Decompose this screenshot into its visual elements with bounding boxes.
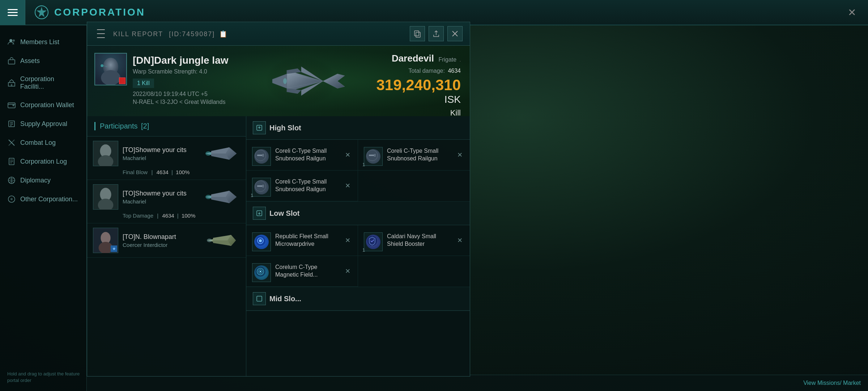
high-slot-section: High Slot [246,116,470,202]
ship-name: Daredevil [392,53,434,64]
participant-ship-img-2 [204,187,240,207]
mid-slot-header: Mid Slo... [246,287,470,311]
sidebar-item-diplomacy[interactable]: Diplomacy [0,171,86,190]
damage-line: Total damage: 4634 [376,68,461,74]
sidebar-item-members-list[interactable]: Members List [0,33,86,51]
mid-slot-icon [253,292,266,305]
participants-header: Participants [2] [87,116,246,136]
sidebar-label-supply: Supply Approval [20,120,67,128]
kill-stats: Daredevil Frigate . Total damage: 4634 3… [367,46,470,116]
ship-type: Frigate [438,56,456,63]
ship-section [235,46,367,116]
slot-item: 1 Coreli C-Type Small Snubnosed Railgun [358,140,470,171]
sidebar-label-facilities: Corporation Faciliti... [20,75,79,91]
main-menu-button[interactable] [0,0,25,25]
item-name-4: Republic Fleet Small Microwarpdrive [275,233,339,248]
item-qty-2: 1 [362,162,365,167]
kill-location: N-RAEL < I3-2JO < Great Wildlands [133,99,228,105]
svg-rect-66 [257,296,262,301]
corp-log-icon [7,157,16,166]
participant-item: [TO]Showme your cits Machariel [87,180,246,223]
remove-button-5[interactable]: ✕ [456,235,464,246]
participant-row-3: ★ [TO]N. Blownapart Coercer Interdictor [93,228,240,253]
mid-slot-section: Mid Slo... [246,287,470,311]
svg-point-21 [10,198,13,200]
sidebar-item-facilities[interactable]: Corporation Faciliti... [0,70,86,96]
participant-item: [TO]Showme your cits Machariel [87,136,246,180]
export-button[interactable] [429,26,444,41]
slot-item: Coreli C-Type Small Snubnosed Railgun ✕ [246,140,358,171]
svg-rect-4 [8,60,15,64]
pilot-section: [DN]Dark jungle law Warp Scramble Streng… [87,46,235,116]
remove-button-4[interactable]: ✕ [344,235,352,246]
item-icon [252,263,271,282]
participant-item: ★ [TO]N. Blownapart Coercer Interdictor [87,223,246,258]
modal-title: KILL REPORT [ID:7459087] 📋 [113,29,404,38]
slot-item: Corelum C-Type Magnetic Field... ✕ [246,256,358,287]
svg-point-46 [207,239,212,242]
combat-icon [7,138,16,147]
participant-info-2: [TO]Showme your cits Machariel [123,190,200,205]
low-slot-icon [253,207,266,220]
avatar-red-badge [119,77,125,84]
sidebar-item-other-corp[interactable]: Other Corporation... [0,190,86,209]
item-name-5: Caldari Navy Small Shield Booster [387,233,451,248]
item-icon [252,147,271,166]
members-icon [7,38,16,46]
isk-label: ISK [444,94,461,105]
sidebar-item-corp-log[interactable]: Corporation Log [0,152,86,171]
modal-menu-button[interactable] [94,27,107,40]
slot-item: Republic Fleet Small Microwarpdrive ✕ [246,225,358,256]
svg-point-2 [9,39,12,42]
export-icon [432,30,440,38]
svg-rect-6 [11,84,12,86]
participant-row-1: [TO]Showme your cits Machariel [93,141,240,166]
copy-icon [413,30,421,38]
svg-rect-53 [374,154,376,157]
bottom-bar: View Missions/ Market [87,375,868,391]
remove-button-1[interactable]: ✕ [344,150,352,160]
corporation-title: CORPORATION [54,7,145,18]
participant-info-1: [TO]Showme your cits Machariel [123,146,200,161]
remove-button-2[interactable]: ✕ [456,150,464,160]
item-name-1: Coreli C-Type Small Snubnosed Railgun [275,147,339,163]
assets-icon [7,56,16,65]
participant-ship-2: Machariel [123,198,200,205]
participant-info-3: [TO]N. Blownapart Coercer Interdictor [123,233,200,248]
copy-id-icon[interactable]: 📋 [219,30,228,38]
sidebar: Members List Assets Corporation Faciliti… [0,25,87,391]
item-icon [252,178,271,197]
svg-rect-23 [414,31,419,36]
facilities-icon [7,79,16,87]
low-slot-header: Low Slot [246,202,470,225]
item-qty-5: 1 [362,247,365,253]
remove-button-6[interactable]: ✕ [344,266,352,277]
star-badge: ★ [111,245,117,252]
sidebar-item-combat-log[interactable]: Combat Log [0,133,86,152]
kill-outcome: Kill [376,108,461,116]
svg-marker-1 [37,7,47,17]
pilot-name: [DN]Dark jungle law [133,55,228,66]
sidebar-label-assets: Assets [20,57,40,65]
sidebar-item-assets[interactable]: Assets [0,51,86,70]
high-slot-icon [253,121,266,134]
sidebar-item-wallet[interactable]: Corporation Wallet [0,96,86,114]
sidebar-label-members: Members List [20,38,59,46]
kill-report-modal: KILL REPORT [ID:7459087] 📋 [87,22,470,377]
item-icon [364,232,383,251]
kill-date: 2022/08/10 19:19:44 UTC +5 [133,91,228,97]
modal-header: KILL REPORT [ID:7459087] 📋 [87,22,470,46]
svg-point-34 [283,78,287,84]
copy-button[interactable] [410,26,425,41]
sidebar-label-combat: Combat Log [20,139,56,147]
remove-button-3[interactable]: ✕ [344,180,352,191]
svg-point-42 [205,195,211,199]
svg-point-8 [13,105,14,106]
modal-close-button[interactable] [447,26,463,41]
slot-item: 1 Coreli C-Type Small Snubnosed Railgun [246,171,358,201]
view-missions-link[interactable]: View Missions/ Market [803,380,861,386]
participant-avatar-3: ★ [93,228,118,253]
sidebar-item-supply[interactable]: Supply Approval [0,114,86,133]
svg-point-60 [259,239,262,242]
top-bar-close-button[interactable]: ✕ [843,3,861,21]
